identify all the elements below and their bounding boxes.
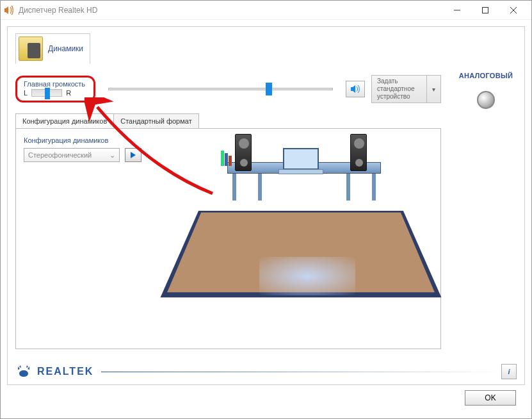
- main-volume-row: Главная громкость L R Задать: [15, 73, 441, 105]
- crab-icon: [15, 365, 32, 378]
- set-default-device-button[interactable]: Задать стандартное устройство ▾: [371, 75, 441, 103]
- books-icon: [221, 151, 235, 166]
- volume-track: [108, 88, 333, 90]
- brand-text: REALTEK: [37, 366, 93, 377]
- set-default-label: Задать стандартное устройство: [372, 75, 426, 103]
- analog-label: АНАЛОГОВЫЙ: [451, 72, 520, 79]
- floor-glow: [259, 257, 355, 295]
- window-title: Диспетчер Realtek HD: [19, 6, 443, 15]
- content-area: Динамики Главная громкость L R: [1, 20, 531, 418]
- footer: REALTEK i: [15, 364, 517, 379]
- app-window: Диспетчер Realtek HD Динамики Главная гр…: [0, 0, 532, 419]
- ok-button[interactable]: OK: [465, 390, 516, 406]
- tab-default-format[interactable]: Стандартный формат: [113, 113, 198, 129]
- speakers-icon: [19, 37, 43, 61]
- svg-rect-0: [483, 7, 488, 13]
- balance-left-label: L: [24, 89, 28, 97]
- device-tab-speakers[interactable]: Динамики: [15, 33, 90, 64]
- dropdown-value: Стереофонический: [28, 151, 92, 159]
- analog-panel: АНАЛОГОВЫЙ: [451, 72, 520, 109]
- balance-right-label: R: [66, 89, 71, 97]
- close-button[interactable]: [499, 1, 528, 19]
- volume-thumb[interactable]: [266, 83, 272, 95]
- play-icon: [130, 152, 136, 158]
- balance-row: L R: [24, 89, 87, 97]
- config-tabs: Конфигурация динамиков Стандартный форма…: [15, 113, 199, 129]
- chevron-down-icon: ⌄: [109, 151, 115, 160]
- title-bar: Диспетчер Realtek HD: [1, 1, 531, 20]
- maximize-button[interactable]: [471, 1, 499, 19]
- app-icon: [4, 5, 15, 15]
- right-speaker-icon[interactable]: [350, 134, 367, 171]
- inner-panel: Динамики Главная громкость L R: [7, 26, 525, 385]
- dialog-button-row: OK: [7, 385, 525, 411]
- info-button[interactable]: i: [501, 364, 517, 379]
- minimize-button[interactable]: [443, 1, 471, 19]
- brand-logo: REALTEK: [15, 365, 93, 378]
- main-volume-group: Главная громкость L R: [15, 76, 95, 103]
- sound-icon: [350, 85, 360, 94]
- main-volume-title: Главная громкость: [24, 80, 87, 88]
- tab-speaker-config[interactable]: Конфигурация динамиков: [15, 113, 114, 129]
- speaker-config-dropdown[interactable]: Стереофонический ⌄: [24, 148, 120, 162]
- laptop-icon: [278, 148, 323, 175]
- analog-jack-indicator[interactable]: [477, 91, 495, 109]
- footer-divider: [101, 372, 501, 372]
- dropdown-arrow-icon[interactable]: ▾: [426, 76, 440, 103]
- volume-slider[interactable]: [108, 84, 333, 94]
- balance-thumb[interactable]: [45, 88, 50, 99]
- room-visualization: [182, 129, 419, 334]
- device-tab-label: Динамики: [48, 44, 83, 53]
- test-play-button[interactable]: [125, 148, 141, 162]
- left-speaker-icon[interactable]: [235, 134, 252, 171]
- mute-button[interactable]: [346, 81, 365, 97]
- balance-slider[interactable]: [31, 89, 62, 97]
- speaker-config-panel: Конфигурация динамиков Стереофонический …: [15, 128, 441, 349]
